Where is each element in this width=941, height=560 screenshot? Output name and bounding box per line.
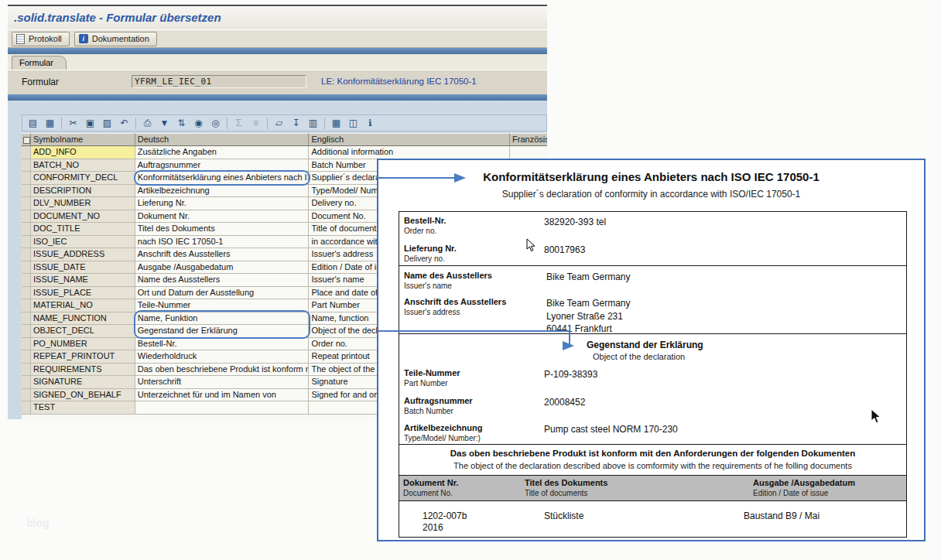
german-cell[interactable]: Gegenstand der Erklärung (135, 325, 310, 338)
tab-formular[interactable]: Formular (12, 56, 67, 70)
choose-detail-icon[interactable]: ▤ (25, 116, 41, 130)
row-selector[interactable] (22, 338, 31, 351)
filter-icon[interactable]: ▼ (156, 116, 173, 130)
delivery-no-value: 80017963 (544, 244, 585, 255)
symbol-cell[interactable]: NAME_FUNCTION (31, 312, 135, 326)
find-next-icon[interactable]: ◎ (207, 116, 224, 130)
symbol-cell[interactable]: CONFORMITY_DECL (31, 172, 135, 185)
row-selector[interactable] (22, 197, 31, 210)
table-corner-cell[interactable] (22, 133, 31, 146)
graphic-icon[interactable]: ◫ (345, 116, 361, 130)
article-description-value: Pump cast steel NORM 170-230 (544, 424, 678, 435)
row-selector[interactable] (22, 146, 31, 159)
formular-input[interactable] (132, 75, 306, 88)
symbol-cell[interactable]: ISSUE_DATE (31, 261, 135, 275)
german-cell[interactable]: Das oben beschriebene Produkt ist konfor… (135, 364, 310, 377)
find-icon[interactable]: ◉ (190, 116, 207, 130)
column-header-franzoesisch[interactable]: Französisch (510, 133, 547, 146)
export-icon[interactable]: ↧ (288, 116, 304, 130)
protokoll-label: Protokoll (29, 34, 62, 43)
symbol-cell[interactable]: OBJECT_DECL (31, 325, 135, 338)
symbol-cell[interactable]: ISSUE_ADDRESS (31, 248, 135, 261)
german-cell[interactable]: nach ISO IEC 17050-1 (135, 236, 310, 249)
subtotal-icon[interactable]: ≡ (248, 116, 264, 130)
paste-icon[interactable]: ▨ (99, 116, 115, 130)
row-selector[interactable] (22, 274, 31, 287)
row-selector[interactable] (22, 376, 31, 389)
row-selector[interactable] (22, 325, 31, 338)
symbol-cell[interactable]: PO_NUMBER (31, 338, 135, 351)
german-cell[interactable]: Ausgabe /Ausgabedatum (135, 261, 310, 275)
symbol-cell[interactable]: SIGNATURE (31, 376, 135, 389)
german-cell[interactable]: Anschrift des Ausstellers (135, 248, 310, 261)
row-selector[interactable] (22, 389, 31, 402)
row-selector[interactable] (22, 364, 31, 377)
row-selector[interactable] (22, 261, 31, 275)
german-cell[interactable]: Konformitätserklärung eines Anbieters na… (135, 172, 310, 185)
symbol-cell[interactable]: SIGNED_ON_BEHALF (31, 389, 135, 402)
german-cell[interactable]: Titel des Dokuments (135, 223, 310, 236)
symbol-cell[interactable]: ISSUE_PLACE (31, 287, 135, 300)
column-header-englisch[interactable]: Englisch (309, 133, 510, 146)
symbol-cell[interactable]: DOCUMENT_NO (31, 210, 135, 224)
row-selector[interactable] (22, 236, 31, 249)
symbol-cell[interactable]: ISSUE_NAME (31, 274, 135, 287)
row-selector[interactable] (22, 401, 31, 415)
copy-icon[interactable]: ▣ (82, 116, 98, 130)
german-cell[interactable]: Dokument Nr. (135, 210, 310, 224)
german-cell[interactable]: Lieferung Nr. (135, 197, 310, 210)
german-cell[interactable]: Bestell-Nr. (135, 338, 310, 351)
print-preview-icon[interactable]: ▱ (271, 116, 287, 130)
symbol-cell[interactable]: TEST (31, 401, 135, 415)
german-cell[interactable] (135, 401, 310, 415)
row-selector[interactable] (22, 185, 31, 198)
german-cell[interactable]: Name, Funktion (135, 312, 310, 326)
column-header-symbolname[interactable]: Symbolname (31, 133, 135, 146)
row-selector[interactable] (22, 287, 31, 300)
symbol-cell[interactable]: REQUIREMENTS (31, 364, 135, 377)
symbol-cell[interactable]: DLV_NUMBER (31, 197, 135, 210)
english-cell[interactable]: Additional information (309, 146, 510, 159)
row-selector[interactable] (22, 299, 31, 312)
german-cell[interactable]: Teile-Nummer (135, 299, 310, 312)
dokumentation-button[interactable]: i Dokumentation (74, 32, 157, 46)
steel-band-bottom (8, 94, 547, 101)
row-selector[interactable] (22, 248, 31, 261)
german-cell[interactable]: Artikelbezeichnung (135, 185, 310, 198)
info-icon[interactable]: ℹ (362, 116, 378, 130)
sum-icon[interactable]: Σ (231, 116, 247, 130)
protokoll-button[interactable]: Protokoll (12, 32, 70, 46)
german-cell[interactable]: Ort und Datum der Ausstellung (135, 287, 310, 300)
german-cell[interactable]: Unterzeichnet für und im Namen von (135, 389, 310, 402)
french-cell[interactable] (510, 146, 547, 159)
row-selector[interactable] (22, 223, 31, 236)
symbol-cell[interactable]: ADD_INFO (31, 146, 135, 159)
symbol-cell[interactable]: ISO_IEC (31, 236, 135, 249)
cut-icon[interactable]: ✂ (65, 116, 81, 130)
row-selector[interactable] (22, 350, 31, 364)
doc-no-column-de: Dokument Nr. (403, 478, 459, 487)
column-header-deutsch[interactable]: Deutsch (135, 133, 310, 146)
symbol-cell[interactable]: REPEAT_PRINTOUT (31, 350, 135, 364)
symbol-cell[interactable]: DOC_TITLE (31, 223, 135, 236)
table-view-icon[interactable]: ▦ (328, 116, 344, 130)
local-file-icon[interactable]: ▥ (305, 116, 321, 130)
sort-icon[interactable]: ⇅ (173, 116, 190, 130)
table-row[interactable]: ADD_INFO Zusätzliche Angaben Additional … (22, 146, 547, 159)
german-cell[interactable]: Zusätzliche Angaben (135, 146, 310, 159)
print-icon[interactable]: ⎙ (139, 116, 156, 130)
row-selector[interactable] (22, 159, 31, 172)
row-selector[interactable] (22, 210, 31, 224)
symbol-cell[interactable]: BATCH_NO (31, 159, 135, 172)
row-selector[interactable] (22, 172, 31, 185)
display-detail-icon[interactable]: ▦ (42, 116, 58, 130)
german-cell[interactable]: Wiederholdruck (135, 350, 310, 364)
german-cell[interactable]: Auftragsnummer (135, 159, 310, 172)
symbol-cell[interactable]: DESCRIPTION (31, 185, 135, 198)
undo-icon[interactable]: ↶ (116, 116, 132, 130)
row-selector[interactable] (22, 312, 31, 326)
german-cell[interactable]: Unterschrift (135, 376, 310, 389)
german-cell[interactable]: Name des Ausstellers (135, 274, 310, 287)
symbol-cell[interactable]: MATERIAL_NO (31, 299, 135, 312)
screenshot-stage: .solid.translate - Formular übersetzen P… (0, 0, 941, 560)
